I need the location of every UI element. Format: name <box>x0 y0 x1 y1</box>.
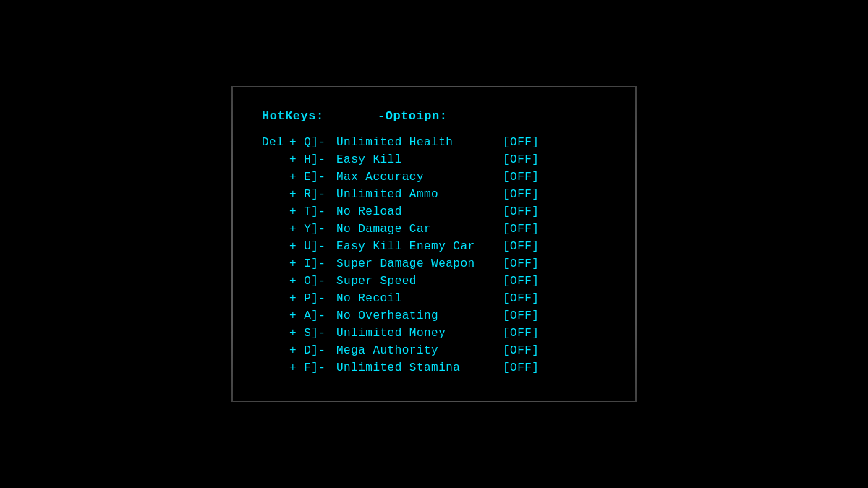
hotkey-value: + H]- <box>289 153 336 166</box>
cheat-name: Unlimited Stamina <box>336 361 503 374</box>
table-row[interactable]: + F]-Unlimited Stamina[OFF] <box>262 361 606 374</box>
cheat-status[interactable]: [OFF] <box>503 240 539 253</box>
cheat-status[interactable]: [OFF] <box>503 327 539 340</box>
cheat-name: Unlimited Health <box>336 136 503 149</box>
hotkey-value: + I]- <box>289 257 336 270</box>
table-header: HotKeys: -Optoipn: <box>262 109 606 123</box>
cheat-name: No Overheating <box>336 309 503 322</box>
table-row[interactable]: + O]-Super Speed[OFF] <box>262 275 606 288</box>
table-row[interactable]: + P]-No Recoil[OFF] <box>262 292 606 305</box>
cheat-status[interactable]: [OFF] <box>503 275 539 288</box>
table-row[interactable]: + A]-No Overheating[OFF] <box>262 309 606 322</box>
hotkey-value: + T]- <box>289 205 336 218</box>
hotkey-value: + O]- <box>289 275 336 288</box>
hotkey-value: + Y]- <box>289 223 336 236</box>
cheat-status[interactable]: [OFF] <box>503 205 539 218</box>
table-row[interactable]: + D]-Mega Authority[OFF] <box>262 344 606 357</box>
table-row[interactable]: + Y]-No Damage Car[OFF] <box>262 223 606 236</box>
cheat-name: Easy Kill Enemy Car <box>336 240 503 253</box>
cheat-status[interactable]: [OFF] <box>503 257 539 270</box>
cheat-name: Max Accuracy <box>336 171 503 184</box>
cheat-status[interactable]: [OFF] <box>503 136 539 149</box>
hotkey-value: + P]- <box>289 292 336 305</box>
table-row[interactable]: + E]-Max Accuracy[OFF] <box>262 171 606 184</box>
cheat-status[interactable]: [OFF] <box>503 153 539 166</box>
cheat-name: Easy Kill <box>336 153 503 166</box>
cheat-status[interactable]: [OFF] <box>503 344 539 357</box>
cheat-name: Super Speed <box>336 275 503 288</box>
cheat-status[interactable]: [OFF] <box>503 223 539 236</box>
hotkey-value: + E]- <box>289 171 336 184</box>
cheat-status[interactable]: [OFF] <box>503 361 539 374</box>
table-row[interactable]: + U]-Easy Kill Enemy Car[OFF] <box>262 240 606 253</box>
hotkey-value: + Q]- <box>289 136 336 149</box>
cheat-status[interactable]: [OFF] <box>503 188 539 201</box>
cheat-name: Unlimited Money <box>336 327 503 340</box>
cheat-list: Del+ Q]-Unlimited Health[OFF]+ H]-Easy K… <box>262 136 606 374</box>
table-row[interactable]: + S]-Unlimited Money[OFF] <box>262 327 606 340</box>
cheat-name: No Reload <box>336 205 503 218</box>
hotkey-value: + F]- <box>289 361 336 374</box>
hotkey-value: + R]- <box>289 188 336 201</box>
cheat-name: Super Damage Weapon <box>336 257 503 270</box>
cheat-status[interactable]: [OFF] <box>503 309 539 322</box>
table-row[interactable]: + T]-No Reload[OFF] <box>262 205 606 218</box>
hotkeys-header: HotKeys: <box>262 109 327 123</box>
cheat-status[interactable]: [OFF] <box>503 292 539 305</box>
cheat-panel: HotKeys: -Optoipn: Del+ Q]-Unlimited Hea… <box>231 86 637 402</box>
table-row[interactable]: + R]-Unlimited Ammo[OFF] <box>262 188 606 201</box>
cheat-name: No Damage Car <box>336 223 503 236</box>
cheat-name: Unlimited Ammo <box>336 188 503 201</box>
table-row[interactable]: + I]-Super Damage Weapon[OFF] <box>262 257 606 270</box>
table-row[interactable]: + H]-Easy Kill[OFF] <box>262 153 606 166</box>
option-header: -Optoipn: <box>378 109 447 123</box>
cheat-name: No Recoil <box>336 292 503 305</box>
hotkey-value: + D]- <box>289 344 336 357</box>
table-row[interactable]: Del+ Q]-Unlimited Health[OFF] <box>262 136 606 149</box>
cheat-status[interactable]: [OFF] <box>503 171 539 184</box>
hotkey-value: + U]- <box>289 240 336 253</box>
hotkey-value: + S]- <box>289 327 336 340</box>
hotkey-value: + A]- <box>289 309 336 322</box>
cheat-name: Mega Authority <box>336 344 503 357</box>
del-key: Del <box>262 136 289 149</box>
